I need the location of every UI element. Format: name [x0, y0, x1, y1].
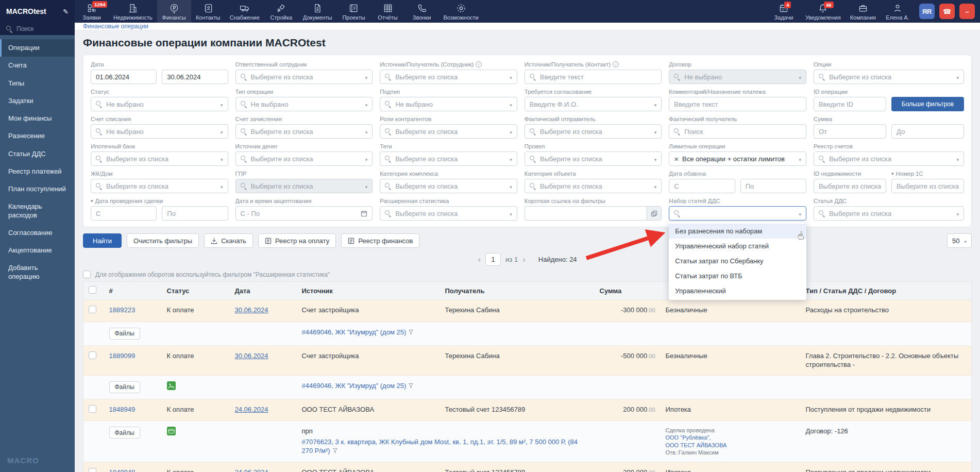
nav-item-dokumenty[interactable]: Документы: [298, 0, 337, 23]
sidebar-item-reestr-platezhey[interactable]: Реестр платежей: [0, 163, 75, 180]
tags-select[interactable]: Выберите из списка: [380, 151, 517, 166]
source-contact-input[interactable]: Введите текст: [525, 70, 662, 84]
extended-stats-select[interactable]: Выберите из списка: [380, 206, 517, 221]
call-date-from-input[interactable]: С: [669, 179, 735, 193]
dds-article-select[interactable]: Выберите из списка: [814, 206, 964, 221]
actual-receiver-input[interactable]: Поиск: [669, 124, 806, 139]
date-from-input[interactable]: 01.06.2024: [91, 70, 157, 84]
amount-to-input[interactable]: До: [891, 124, 964, 139]
sidebar-item-tipy[interactable]: Типы: [0, 75, 75, 92]
more-filters-button[interactable]: Больше фильтров: [891, 97, 964, 111]
operation-date-link[interactable]: 24.06.2024: [235, 468, 268, 472]
page-size-select[interactable]: 50: [947, 233, 972, 248]
options-select[interactable]: Выберите из списка: [814, 70, 964, 84]
sidebar-item-stati-dds[interactable]: Статьи ДДС: [0, 145, 75, 163]
status-select[interactable]: Не выбрано: [91, 97, 228, 111]
row-checkbox[interactable]: [89, 468, 96, 472]
limit-ops-select[interactable]: Все операции + остатки лимитов: [669, 151, 806, 166]
integration-app-button[interactable]: ЯR: [919, 4, 935, 19]
sidebar-item-operacii[interactable]: Операции: [0, 39, 75, 57]
counterparty-roles-select[interactable]: Выберите из списка: [380, 124, 517, 139]
sidebar-item-scheta[interactable]: Счета: [0, 57, 75, 74]
object-category-select[interactable]: Выберите из списка: [525, 179, 662, 193]
gpr-select[interactable]: Выберите из списка: [235, 179, 373, 193]
nav-item-zvonki[interactable]: Звонки: [405, 0, 439, 23]
op-id-input[interactable]: Введите ID: [814, 97, 886, 111]
operation-date-link[interactable]: 30.06.2024: [235, 352, 268, 360]
minimize-button[interactable]: –: [959, 4, 975, 19]
dropdown-option[interactable]: Без разнесения по наборам: [669, 224, 806, 239]
files-button[interactable]: Файлы: [109, 328, 140, 340]
logo[interactable]: MACROtest ✎: [0, 0, 75, 23]
nav-item-kontakty[interactable]: Контакты: [191, 0, 225, 23]
table-row[interactable]: 1848949 К оплате 24.06.2024 ООО ТЕСТ АЙВ…: [83, 399, 972, 421]
breadcrumb[interactable]: Финансовые операции: [75, 23, 980, 30]
property-link[interactable]: #4469046, ЖК "Изумруд" (дом 25): [302, 382, 407, 390]
acceptance-datetime-input[interactable]: С - По: [235, 206, 373, 221]
complex-category-select[interactable]: Выберите из списка: [380, 179, 517, 193]
clear-filters-button[interactable]: Очистить фильтры: [127, 233, 199, 248]
deal-date-to-input[interactable]: По: [162, 206, 228, 221]
nav-item-otchety[interactable]: Отчёты: [371, 0, 405, 23]
sidebar-item-akceptovanie[interactable]: Акцептование: [0, 242, 75, 259]
nav-item-uvedomleniya[interactable]: 46 Уведомления: [801, 1, 846, 22]
sidebar-item-dobavit-operaciyu[interactable]: Добавить операцию: [0, 259, 75, 285]
row-checkbox[interactable]: [89, 306, 96, 313]
accounts-registry-select[interactable]: Выберите из списка: [814, 151, 964, 166]
nav-item-zadachi[interactable]: 4 Задачи: [767, 1, 801, 22]
dds-set-select[interactable]: [669, 206, 806, 221]
payment-attachment-icon[interactable]: [167, 427, 176, 435]
amount-from-input[interactable]: От: [814, 124, 886, 139]
contract-select[interactable]: Не выбрано: [669, 70, 806, 84]
payment-registry-button[interactable]: Реестр на оплату: [258, 233, 336, 248]
funnel-filter-icon[interactable]: [408, 329, 414, 335]
nav-item-proekty[interactable]: Проекты: [337, 0, 371, 23]
nav-item-vozmozhnosti[interactable]: Возможности: [439, 0, 483, 23]
actual-sender-select[interactable]: Выберите из списка: [525, 124, 662, 139]
dropdown-option[interactable]: Управленческий набор статей: [669, 239, 806, 254]
comment-input[interactable]: Введите текст: [669, 97, 806, 111]
sidebar-item-soglasovanie[interactable]: Согласование: [0, 224, 75, 242]
row-checkbox[interactable]: [89, 351, 96, 359]
estate-id-select[interactable]: Выберите из списка: [814, 179, 886, 193]
call-date-to-input[interactable]: По: [740, 179, 806, 193]
files-button[interactable]: Файлы: [109, 381, 140, 393]
photo-attachment-icon[interactable]: [167, 381, 176, 390]
short-link-input[interactable]: [525, 206, 662, 221]
source-employee-select[interactable]: Выберите из списка: [380, 70, 517, 84]
operation-id-link[interactable]: 1889099: [109, 352, 136, 360]
sidebar-item-zadatki[interactable]: Задатки: [0, 92, 75, 110]
operation-date-link[interactable]: 30.06.2024: [235, 306, 268, 314]
download-button[interactable]: Скачать: [204, 233, 253, 248]
nav-item-zayavki[interactable]: 1264 Заявки: [75, 0, 109, 23]
find-button[interactable]: Найти: [83, 233, 122, 248]
finance-registry-button[interactable]: Реестр финансов: [341, 233, 419, 248]
sidebar-item-plan-postupleniy[interactable]: План поступлений: [0, 180, 75, 198]
operation-id-link[interactable]: 1889223: [109, 306, 136, 314]
op-type-select[interactable]: Не выбрано: [235, 97, 373, 111]
conducted-by-select[interactable]: Выберите из списка: [525, 151, 662, 166]
subtype-select[interactable]: Не выбрано: [380, 97, 517, 111]
nav-item-stroyka[interactable]: Стройка: [264, 0, 298, 23]
close-icon[interactable]: [674, 155, 679, 163]
prev-page-button[interactable]: ‹: [478, 255, 481, 264]
deal-company-link[interactable]: ООО ТЕСТ АЙВАЗОВА: [666, 442, 796, 449]
copy-link-button[interactable]: [647, 207, 661, 220]
funnel-filter-icon[interactable]: [332, 448, 338, 453]
deal-date-from-input[interactable]: С: [91, 206, 157, 221]
deal-company-link[interactable]: ООО "Рублёвка",: [666, 434, 796, 441]
credit-account-select[interactable]: Выберите из списка: [235, 124, 373, 139]
sidebar-item-moi-finansy[interactable]: Мои финансы: [0, 110, 75, 127]
nav-item-user[interactable]: Елена А.: [881, 1, 915, 22]
dropdown-option[interactable]: Статьи затрат по Сбербанку: [669, 254, 806, 268]
nav-item-nedvizhimost[interactable]: Недвижимость: [109, 0, 157, 23]
nav-item-finansy[interactable]: Финансы: [157, 0, 191, 23]
sidebar-item-kalendar-rashodov[interactable]: Календарь расходов: [0, 198, 75, 224]
money-source-select[interactable]: Выберите из списка: [235, 151, 373, 166]
table-row[interactable]: 1848948 К оплате 24.06.2024 ООО ТЕСТ АЙВ…: [83, 462, 972, 472]
table-row[interactable]: 1889099 К оплате 30.06.2024 Счет застрой…: [83, 345, 972, 375]
complex-select[interactable]: Выберите из списка: [91, 179, 228, 193]
page-number-input[interactable]: 1: [485, 253, 501, 266]
nav-item-kompaniya[interactable]: Компания: [846, 1, 881, 22]
number-1c-select[interactable]: Выберите из списка: [891, 179, 964, 193]
